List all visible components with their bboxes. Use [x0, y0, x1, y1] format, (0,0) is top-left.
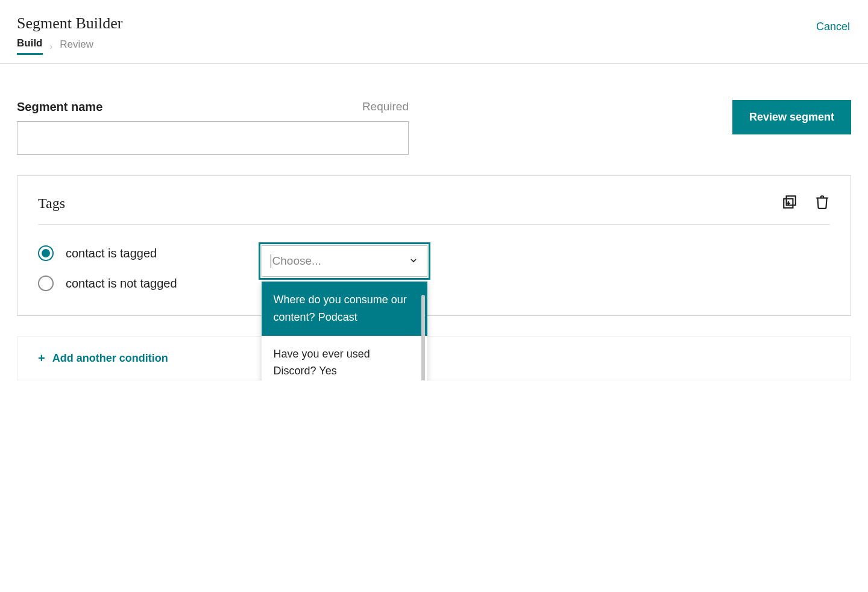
breadcrumb-build[interactable]: Build [17, 37, 43, 55]
radio-label: contact is not tagged [66, 277, 177, 291]
chevron-down-icon [409, 256, 418, 267]
breadcrumb-review[interactable]: Review [60, 39, 93, 54]
dropdown-placeholder: Choose... [271, 254, 321, 268]
segment-name-block: Segment name Required [17, 100, 409, 155]
condition-actions [782, 194, 830, 212]
segment-name-input[interactable] [17, 121, 409, 155]
scrollbar[interactable] [421, 295, 425, 380]
tag-dropdown-menu: Where do you consume our content? Podcas… [262, 282, 427, 380]
condition-card: Tags [17, 175, 851, 316]
segment-name-label: Segment name [17, 100, 102, 114]
add-condition-label: Add another condition [52, 352, 168, 365]
content-area: Segment name Required Review segment Tag… [0, 64, 868, 380]
top-row: Segment name Required Review segment [17, 100, 851, 155]
condition-body: contact is tagged contact is not tagged … [38, 245, 830, 291]
required-indicator: Required [362, 100, 409, 114]
plus-icon: + [38, 351, 45, 365]
radio-icon [38, 276, 54, 291]
dropdown-option[interactable]: Where do you consume our content? Podcas… [262, 282, 427, 336]
radio-group: contact is tagged contact is not tagged [38, 245, 177, 291]
page-header: Segment Builder Build › Review Cancel [0, 0, 868, 64]
radio-icon [38, 245, 54, 261]
dropdown-option[interactable]: Have you ever used Discord? Yes [262, 336, 427, 380]
add-condition-button[interactable]: + Add another condition [17, 336, 851, 380]
radio-label: contact is tagged [66, 247, 157, 260]
tag-dropdown-field[interactable]: Choose... [262, 245, 427, 277]
radio-contact-is-tagged[interactable]: contact is tagged [38, 245, 177, 261]
chevron-right-icon: › [50, 42, 53, 51]
cancel-link[interactable]: Cancel [816, 20, 850, 33]
review-segment-button[interactable]: Review segment [732, 100, 851, 134]
page-title: Segment Builder [17, 14, 851, 33]
radio-contact-is-not-tagged[interactable]: contact is not tagged [38, 276, 177, 291]
condition-header: Tags [38, 194, 830, 225]
segment-name-label-row: Segment name Required [17, 100, 409, 114]
duplicate-icon[interactable] [782, 194, 797, 212]
trash-icon[interactable] [814, 194, 830, 212]
tag-dropdown: Choose... Where do you consume our conte… [262, 245, 427, 277]
condition-title: Tags [38, 195, 65, 212]
breadcrumb: Build › Review [17, 37, 851, 63]
